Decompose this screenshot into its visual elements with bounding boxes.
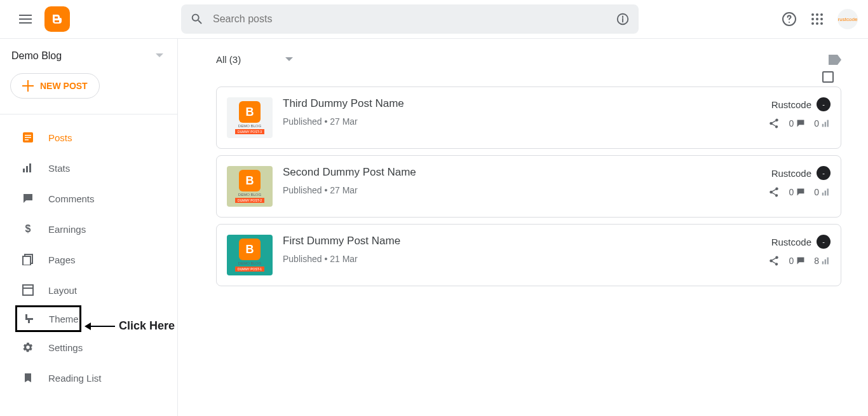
select-all-checkbox[interactable]	[822, 71, 834, 83]
comment-icon	[796, 188, 805, 197]
search-icon	[190, 12, 204, 26]
hamburger-icon	[19, 15, 32, 24]
info-icon[interactable]	[616, 12, 630, 26]
comment-icon	[796, 256, 805, 265]
nav-label: Posts	[48, 132, 72, 143]
annotation-text: Click Here	[119, 319, 175, 333]
author-avatar: -	[817, 97, 831, 111]
svg-point-10	[820, 22, 823, 25]
svg-point-7	[820, 18, 823, 20]
svg-rect-29	[822, 261, 824, 265]
svg-rect-16	[26, 166, 28, 172]
author-name: Rustcode	[771, 99, 811, 110]
bookmark-icon	[22, 372, 34, 384]
author-avatar: -	[817, 235, 831, 249]
post-right: Rustcode - 0 0	[768, 97, 831, 138]
sidebar-item-comments[interactable]: Comments	[0, 183, 177, 214]
sidebar-item-posts[interactable]: Posts	[0, 122, 177, 153]
views-icon	[822, 256, 831, 265]
sidebar-item-reading-list[interactable]: Reading List	[0, 363, 177, 393]
sidebar: Demo Blog NEW POST Posts Stats Comments …	[0, 39, 178, 416]
blogger-logo[interactable]	[44, 6, 70, 32]
pages-icon	[22, 254, 34, 265]
blog-selector[interactable]: Demo Blog	[0, 50, 177, 62]
post-card[interactable]: B DEMO BLOG DUMMY POST-1 First Dummy Pos…	[216, 224, 841, 286]
plus-icon	[22, 80, 34, 92]
search-bar[interactable]	[181, 4, 639, 34]
sidebar-item-pages[interactable]: Pages	[0, 244, 177, 275]
nav-label: Settings	[48, 342, 83, 353]
label-icon[interactable]	[829, 55, 841, 65]
svg-point-6	[816, 18, 818, 20]
sidebar-item-stats[interactable]: Stats	[0, 153, 177, 183]
sidebar-item-layout[interactable]: Layout	[0, 275, 177, 305]
stats-row: 0 0	[768, 118, 831, 129]
svg-point-8	[811, 22, 814, 25]
user-avatar[interactable]: rustcode	[837, 9, 858, 29]
sidebar-item-theme[interactable]: Theme	[15, 305, 81, 332]
author-row: Rustcode -	[771, 235, 831, 249]
post-card[interactable]: B DEMO BLOG DUMMY POST-2 Second Dummy Po…	[216, 155, 841, 218]
new-post-button[interactable]: NEW POST	[10, 73, 100, 99]
svg-rect-17	[29, 163, 31, 172]
main-content: All (3) B DEMO BLOG DUMMY POST-3 Third D…	[178, 39, 868, 416]
thumb-logo-icon: B	[239, 239, 261, 260]
views-icon	[822, 188, 831, 197]
svg-rect-12	[25, 135, 31, 136]
menu-button[interactable]	[10, 4, 41, 34]
views-count[interactable]: 8	[814, 256, 831, 266]
svg-point-9	[816, 22, 818, 25]
sidebar-item-settings[interactable]: Settings	[0, 332, 177, 363]
comments-count[interactable]: 0	[789, 187, 805, 197]
theme-icon	[24, 313, 35, 324]
post-info: Second Dummy Post Name Published • 27 Ma…	[283, 166, 758, 207]
apps-icon[interactable]	[811, 13, 824, 25]
author-name: Rustcode	[771, 168, 811, 179]
post-thumbnail: B DEMO BLOG DUMMY POST-3	[227, 97, 273, 138]
settings-icon	[22, 342, 34, 353]
svg-rect-14	[25, 139, 29, 141]
stats-row: 0 0	[768, 186, 831, 198]
svg-rect-26	[822, 193, 824, 196]
thumb-line1: DEMO BLOG	[238, 124, 261, 128]
sidebar-item-earnings[interactable]: $ Earnings	[0, 214, 177, 244]
post-thumbnail: B DEMO BLOG DUMMY POST-2	[227, 166, 273, 207]
svg-rect-31	[827, 258, 829, 265]
post-card[interactable]: B DEMO BLOG DUMMY POST-3 Third Dummy Pos…	[216, 87, 841, 149]
select-all-row	[216, 71, 841, 83]
svg-rect-25	[827, 120, 829, 127]
post-meta: Published • 21 Mar	[283, 254, 758, 264]
arrow-icon	[86, 326, 115, 327]
share-icon[interactable]	[768, 118, 780, 129]
views-count[interactable]: 0	[814, 187, 831, 197]
help-icon[interactable]	[782, 11, 797, 27]
thumb-line2: DUMMY POST-1	[235, 267, 264, 272]
views-icon	[822, 119, 831, 128]
comments-count[interactable]: 0	[789, 118, 805, 128]
svg-rect-20	[23, 256, 31, 265]
nav-label: Reading List	[48, 373, 101, 384]
thumb-line2: DUMMY POST-2	[235, 198, 264, 203]
svg-rect-30	[825, 260, 826, 265]
share-icon[interactable]	[768, 255, 780, 267]
svg-point-3	[816, 13, 818, 16]
post-thumbnail: B DEMO BLOG DUMMY POST-1	[227, 235, 273, 275]
nav-label: Pages	[48, 254, 76, 265]
share-icon[interactable]	[768, 186, 780, 198]
search-input[interactable]	[213, 13, 616, 25]
author-row: Rustcode -	[771, 166, 831, 180]
dropdown-icon	[156, 53, 163, 59]
filter-dropdown[interactable]: All (3)	[216, 54, 293, 65]
thumb-line1: DEMO BLOG	[238, 193, 261, 197]
nav-label: Layout	[48, 285, 77, 296]
header: rustcode	[0, 0, 868, 39]
nav-label: Stats	[48, 163, 70, 174]
svg-rect-21	[23, 285, 33, 295]
comments-count[interactable]: 0	[789, 256, 805, 266]
views-count[interactable]: 0	[814, 118, 831, 128]
svg-rect-23	[822, 124, 824, 127]
earnings-icon: $	[22, 223, 34, 235]
svg-point-5	[811, 18, 814, 20]
post-info: First Dummy Post Name Published • 21 Mar	[283, 235, 758, 275]
thumb-line2: DUMMY POST-3	[235, 129, 264, 134]
